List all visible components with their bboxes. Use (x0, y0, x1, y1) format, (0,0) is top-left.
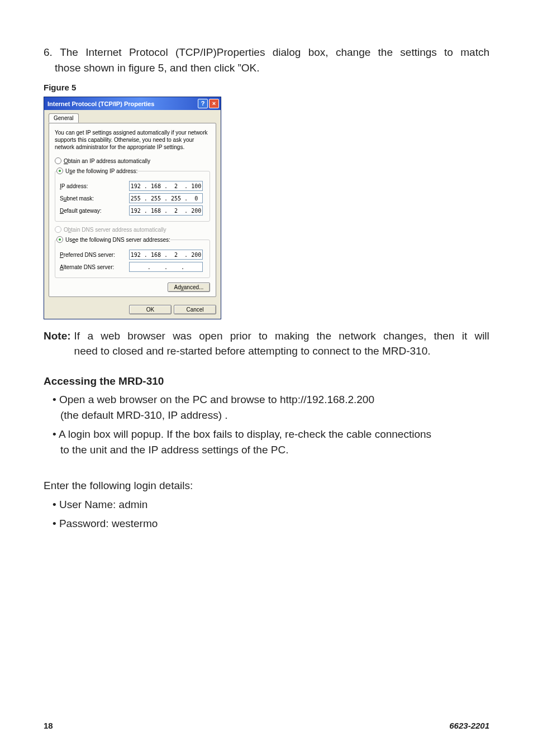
input-subnet-mask[interactable]: 255 . 255 . 255 . 0 (129, 193, 203, 203)
tab-strip: General (49, 113, 216, 123)
ok-button[interactable]: OK (129, 305, 172, 314)
enter-login-details: Enter the following login details: (44, 478, 489, 494)
dialog-titlebar: Internet Protocol (TCP/IP) Properties ? … (44, 97, 221, 110)
login-bullets: User Name: admin Password: westermo (44, 497, 489, 532)
note-line2: need to closed and re-started before att… (74, 345, 431, 357)
input-default-gateway[interactable]: 192 . 168 . 2 . 200 (129, 205, 203, 216)
step-6: 6.TheInternetProtocol(TCP/IP)Propertiesd… (44, 45, 489, 76)
info-text: You can get IP settings assigned automat… (55, 129, 210, 151)
tab-pane-general: You can get IP settings assigned automat… (49, 123, 216, 297)
group-use-ip: Use the following IP address: IP address… (55, 166, 210, 222)
bullet-password: Password: westermo (44, 516, 489, 532)
heading-accessing: Accessing the MRD-310 (44, 375, 489, 387)
label-ip-address: IP address: (60, 183, 129, 189)
radio-obtain-dns: Obtain DNS server address automatically (55, 226, 210, 233)
radio-icon (56, 236, 63, 243)
radio-icon (55, 226, 61, 233)
dialog-title: Internet Protocol (TCP/IP) Properties (47, 101, 154, 107)
page-footer: 18 6623-2201 (44, 721, 489, 730)
step-6-line2: those shown in figure 5, and then click … (55, 60, 489, 76)
input-ip-address[interactable]: 192 . 168 . 2 . 100 (129, 181, 203, 191)
tab-general[interactable]: General (49, 113, 79, 123)
bullet-username: User Name: admin (44, 497, 489, 513)
radio-obtain-ip[interactable]: Obtain an IP address automatically (55, 157, 210, 164)
label-alternate-dns: Alternate DNS server: (60, 264, 129, 270)
tcpip-properties-dialog: Internet Protocol (TCP/IP) Properties ? … (44, 97, 221, 319)
field-subnet-mask: Subnet mask: 255 . 255 . 255 . 0 (60, 193, 205, 203)
help-icon[interactable]: ? (198, 99, 208, 108)
radio-icon (56, 168, 63, 174)
radio-use-dns[interactable]: Usee the following DNS server addresses: (56, 236, 170, 243)
input-alternate-dns[interactable]: . . . (129, 262, 203, 272)
field-default-gateway: Default gateway: 192 . 168 . 2 . 200 (60, 205, 205, 216)
note-lead: Note: (44, 328, 74, 358)
group-use-dns: Usee the following DNS server addresses:… (55, 235, 210, 278)
figure-5-label: Figure 5 (44, 83, 489, 92)
radio-use-ip[interactable]: Use the following IP address: (56, 168, 137, 174)
field-preferred-dns: Preferred DNS server: 192 . 168 . 2 . 20… (60, 250, 205, 260)
dialog-actions: OK Cancel (49, 305, 216, 314)
label-subnet-mask: Subnet mask: (60, 195, 129, 202)
dialog-body: General You can get IP settings assigned… (44, 110, 221, 319)
field-ip-address: IP address: 192 . 168 . 2 . 100 (60, 181, 205, 191)
note: Note: Ifawebbrowserwasopenpriortomakingt… (44, 328, 489, 358)
access-bullets: Open a web browser on the PC and browse … (44, 392, 489, 458)
advanced-button[interactable]: Advanced... (168, 283, 210, 292)
bullet-login-popup: A login box will popup. If the box fails… (44, 427, 489, 458)
cancel-button[interactable]: Cancel (174, 305, 216, 314)
bullet-open-browser: Open a web browser on the PC and browse … (44, 392, 489, 423)
page-number: 18 (44, 721, 53, 730)
input-preferred-dns[interactable]: 192 . 168 . 2 . 200 (129, 250, 203, 260)
close-icon[interactable]: × (209, 99, 219, 108)
label-preferred-dns: Preferred DNS server: (60, 252, 129, 258)
radio-icon (55, 157, 61, 164)
doc-number: 6623-2201 (449, 721, 489, 730)
field-alternate-dns: Alternate DNS server: . . . (60, 262, 205, 272)
label-default-gateway: Default gateway: (60, 208, 129, 214)
